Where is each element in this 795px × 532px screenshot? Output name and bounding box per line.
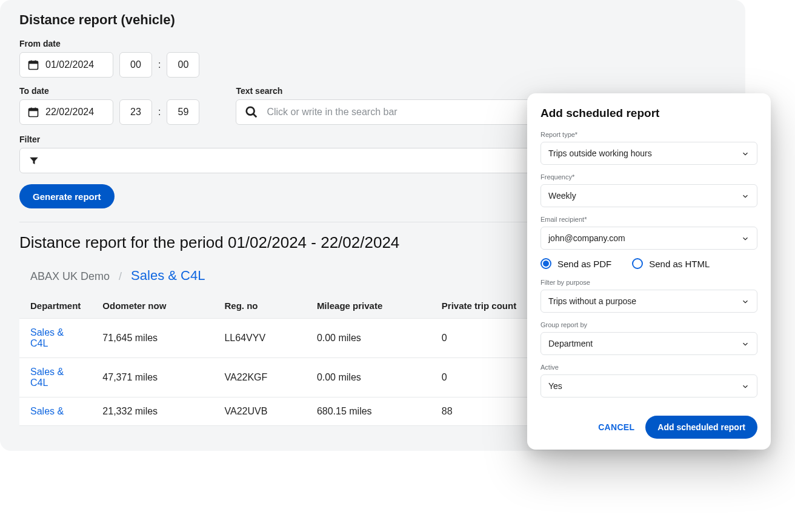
chevron-down-icon	[741, 234, 750, 243]
to-date-value: 22/02/2024	[45, 107, 94, 118]
send-as-html-radio[interactable]: Send as HTML	[632, 258, 710, 269]
col-odometer: Odometer now	[91, 294, 213, 319]
cell-department: Sales & C4L	[19, 358, 91, 397]
breadcrumb-active[interactable]: Sales & C4L	[131, 268, 205, 283]
email-recipient-select[interactable]: john@company.com	[541, 227, 757, 250]
svg-rect-5	[29, 108, 38, 111]
chevron-down-icon	[741, 340, 750, 348]
calendar-icon	[27, 106, 39, 118]
page-title: Distance report (vehicle)	[19, 12, 726, 28]
to-minute-input[interactable]: 59	[167, 99, 199, 125]
cell-department: Sales & C4L	[19, 319, 91, 358]
frequency-select[interactable]: Weekly	[541, 184, 757, 207]
time-separator: :	[158, 107, 161, 118]
chevron-down-icon	[741, 192, 750, 201]
report-type-label: Report type*	[541, 131, 757, 138]
department-link[interactable]: Sales &	[30, 406, 64, 416]
svg-line-9	[253, 114, 257, 118]
to-hour-input[interactable]: 23	[119, 99, 152, 125]
from-date-label: From date	[19, 39, 726, 48]
cell-mileage-private: 680.15 miles	[306, 397, 431, 426]
col-department: Department	[19, 294, 91, 319]
cell-reg: LL64VYV	[213, 319, 305, 358]
generate-report-button[interactable]: Generate report	[19, 184, 115, 208]
chevron-down-icon	[741, 298, 750, 306]
filter-purpose-label: Filter by purpose	[541, 279, 757, 286]
breadcrumb-root[interactable]: ABAX UK Demo	[30, 270, 110, 282]
time-separator: :	[158, 59, 161, 70]
from-date-value: 01/02/2024	[45, 59, 94, 70]
chevron-down-icon	[741, 150, 750, 158]
radio-unchecked-icon	[632, 258, 643, 269]
cell-mileage-private: 0.00 miles	[306, 358, 431, 397]
cell-department: Sales &	[19, 397, 91, 426]
active-label: Active	[541, 364, 757, 371]
col-reg: Reg. no	[213, 294, 305, 319]
cell-reg: VA22UVB	[213, 397, 305, 426]
breadcrumb-separator-icon: /	[119, 270, 122, 282]
from-hour-input[interactable]: 00	[119, 52, 152, 78]
from-date-input[interactable]: 01/02/2024	[19, 52, 113, 78]
filter-icon	[28, 155, 39, 166]
cell-reg: VA22KGF	[213, 358, 305, 397]
filter-purpose-select[interactable]: Trips without a purpose	[541, 290, 757, 313]
group-report-label: Group report by	[541, 321, 757, 328]
svg-rect-1	[29, 61, 38, 64]
calendar-icon	[27, 59, 39, 71]
modal-title: Add scheduled report	[541, 107, 757, 120]
add-scheduled-report-modal: Add scheduled report Report type* Trips …	[527, 93, 771, 450]
cell-odometer: 47,371 miles	[91, 358, 213, 397]
chevron-down-icon	[741, 382, 750, 391]
cell-mileage-private: 0.00 miles	[306, 319, 431, 358]
frequency-label: Frequency*	[541, 173, 757, 181]
to-date-input[interactable]: 22/02/2024	[19, 99, 113, 125]
active-select[interactable]: Yes	[541, 374, 757, 397]
to-date-label: To date	[19, 86, 199, 96]
cell-odometer: 71,645 miles	[91, 319, 213, 358]
col-mileage-private: Mileage private	[306, 294, 431, 319]
report-type-select[interactable]: Trips outside working hours	[541, 142, 757, 165]
from-minute-input[interactable]: 00	[167, 52, 199, 78]
search-icon	[245, 105, 258, 119]
department-link[interactable]: Sales & C4L	[30, 367, 64, 388]
cancel-button[interactable]: CANCEL	[598, 422, 634, 432]
add-scheduled-report-button[interactable]: Add scheduled report	[645, 416, 757, 439]
svg-point-8	[247, 107, 254, 115]
radio-checked-icon	[541, 258, 551, 269]
department-link[interactable]: Sales & C4L	[30, 327, 64, 348]
group-report-select[interactable]: Department	[541, 332, 757, 355]
cell-odometer: 21,332 miles	[91, 397, 213, 426]
email-recipient-label: Email recipient*	[541, 216, 757, 223]
send-as-pdf-radio[interactable]: Send as PDF	[541, 258, 611, 269]
